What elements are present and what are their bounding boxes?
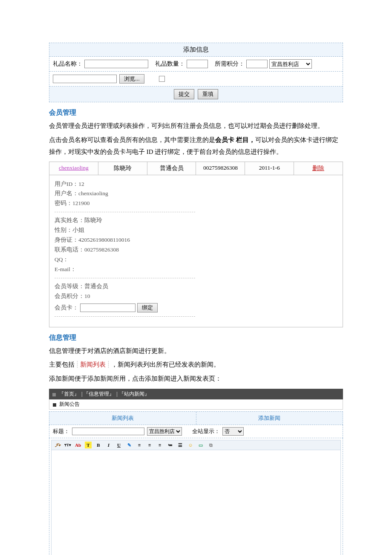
square-icon — [52, 393, 56, 396]
member-phone-cell: 002759826308 — [196, 162, 245, 175]
tab-news-list[interactable]: 新闻列表 — [49, 412, 196, 425]
card-bind-row: 会员卡： 绑定 — [55, 303, 337, 313]
news-title-input[interactable] — [72, 428, 144, 435]
member-date-cell: 2011-1-6 — [245, 162, 294, 175]
member-delete-link[interactable]: 删除 — [312, 165, 324, 171]
info-p2a: 主要包括 — [49, 361, 75, 368]
italic-icon[interactable]: I — [105, 442, 112, 448]
mb-l5: 性别：小姐 — [55, 225, 337, 235]
gift-name-input[interactable] — [84, 60, 148, 68]
highlight-icon[interactable]: T — [85, 442, 92, 448]
member-username-link[interactable]: chenxiaoling — [59, 165, 89, 171]
mb-l3: 密码：121900 — [55, 199, 337, 208]
add-info-panel: 添加信息 礼品名称： 礼品数量： 所需积分： 宜昌胜利店 浏览... 提交 重填 — [49, 43, 343, 102]
sep-r: ┊ — [107, 361, 110, 368]
checkbox-icon[interactable] — [159, 76, 165, 82]
member-p2a: 点击会员名称可以查看会员所有的信息，其中需要注意的是 — [49, 136, 215, 143]
member-username-cell: chenxiaoling — [49, 162, 98, 175]
mb-l9: E-mail： — [55, 265, 337, 275]
bread-sitenews[interactable]: 『站内新闻』 — [119, 391, 150, 397]
editor-wrap: 𝓕▾ ᴛT▾ Ab T B I U ✎ ≡ ≡ ≡ ≔ ☰ ☺ ▭ ⧉ — [49, 438, 343, 555]
news-subbar: 新闻公告 — [49, 399, 343, 410]
info-para-2: 主要包括┊新闻列表┊，新闻列表列出所有已经发表的新闻。 — [49, 358, 343, 371]
brush-icon[interactable]: ✎ — [126, 442, 133, 448]
browse-button[interactable]: 浏览... — [119, 74, 144, 84]
member-p2b: 会员卡 栏目， — [215, 136, 255, 143]
mb-l1: 用户ID：12 — [55, 179, 337, 189]
sep-l: ┊ — [75, 361, 79, 368]
bread-home[interactable]: 『首页』 — [59, 391, 79, 397]
info-p2c: ，新闻列表列出所有已经发表的新闻。 — [111, 361, 220, 368]
news-title-label: 标题： — [53, 428, 69, 435]
editor-toolbar: 𝓕▾ ᴛT▾ Ab T B I U ✎ ≡ ≡ ≡ ≔ ☰ ☺ ▭ ⧉ — [51, 440, 341, 450]
member-head-row: chenxiaoling 陈晓玲 普通会员 002759826308 2011-… — [49, 162, 343, 175]
news-store-select[interactable]: 宜昌胜利店 — [147, 427, 182, 436]
mb-l2: 用户名：chenxiaoling — [55, 189, 337, 199]
member-para-2: 点击会员名称可以查看会员所有的信息，其中需要注意的是会员卡 栏目，可以对会员的实… — [49, 134, 343, 158]
news-subbar-label: 新闻公告 — [59, 401, 80, 407]
info-para-1: 信息管理便于对酒店的酒店新闻进行更新。 — [49, 345, 343, 357]
gift-qty-label: 礼品数量： — [155, 60, 185, 68]
square2-icon — [53, 403, 56, 407]
section-info-title: 信息管理 — [49, 333, 343, 342]
mb-l6: 身份证：420526198008110016 — [55, 235, 337, 245]
divider-3 — [55, 316, 195, 317]
member-realname-cell: 陈晓玲 — [98, 162, 147, 175]
section-member-title: 会员管理 — [49, 108, 343, 117]
bold-icon[interactable]: B — [95, 442, 102, 448]
news-panel: 『首页』 | 『信息管理』 | 『站内新闻』 新闻公告 新闻列表 添加新闻 标题… — [49, 389, 343, 555]
info-p2b: 新闻列表 — [80, 361, 106, 368]
add-info-row-fields: 礼品名称： 礼品数量： 所需积分： 宜昌胜利店 — [49, 57, 343, 72]
info-para-3: 添加新闻便于添加新闻所用，点击添加新闻进入新闻发表页： — [49, 373, 343, 385]
member-level-cell: 普通会员 — [147, 162, 196, 175]
member-para-1: 会员管理会员进行管理或列表操作，可列出所有注册会员信息，也可以对过期会员进行删除… — [49, 120, 343, 132]
divider-1 — [55, 212, 195, 212]
editor-textarea[interactable] — [51, 450, 341, 555]
member-detail-box: chenxiaoling 陈晓玲 普通会员 002759826308 2011-… — [49, 162, 343, 327]
submit-button[interactable]: 提交 — [174, 89, 194, 99]
bind-button[interactable]: 绑定 — [137, 303, 158, 312]
points-input[interactable] — [246, 60, 268, 68]
global-show-label: 全站显示： — [192, 428, 220, 435]
mb-l11: 会员积分：10 — [55, 292, 337, 301]
font-color-icon[interactable]: Ab — [75, 442, 81, 448]
tab-add-news[interactable]: 添加新闻 — [196, 412, 343, 425]
mb-l4: 真实姓名：陈晓玲 — [55, 216, 337, 225]
gift-name-label: 礼品名称： — [53, 60, 83, 68]
bread-infomgmt[interactable]: 『信息管理』 — [84, 391, 114, 397]
reset-button[interactable]: 重填 — [198, 89, 218, 99]
font-family-icon[interactable]: 𝓕▾ — [54, 442, 61, 448]
news-tabs: 新闻列表 添加新闻 — [49, 411, 343, 425]
file-path-input[interactable] — [53, 75, 117, 83]
card-label: 会员卡： — [55, 303, 78, 313]
add-info-footer: 提交 重填 — [49, 87, 343, 102]
add-info-header: 添加信息 — [49, 43, 343, 57]
link-icon[interactable]: ⧉ — [208, 442, 214, 448]
font-size-icon[interactable]: ᴛT▾ — [64, 442, 71, 448]
emoji-icon[interactable]: ☺ — [187, 442, 194, 448]
member-delete-cell: 删除 — [294, 162, 343, 175]
divider-2 — [55, 278, 195, 278]
underline-icon[interactable]: U — [115, 442, 122, 448]
mb-l8: QQ： — [55, 255, 337, 265]
points-label: 所需积分： — [215, 60, 245, 68]
news-breadcrumb-bar: 『首页』 | 『信息管理』 | 『站内新闻』 — [49, 389, 343, 399]
store-select[interactable]: 宜昌胜利店 — [269, 59, 312, 69]
add-info-row-browse: 浏览... — [49, 72, 343, 87]
mb-l10: 会员等级：普通会员 — [55, 282, 337, 292]
mb-l7: 联系电话：002759826308 — [55, 245, 337, 255]
member-body: 用户ID：12 用户名：chenxiaoling 密码：121900 真实姓名：… — [49, 175, 343, 327]
global-show-select[interactable]: 否 — [222, 427, 244, 436]
align-center-icon[interactable]: ≡ — [146, 442, 153, 448]
align-right-icon[interactable]: ≡ — [156, 442, 163, 448]
gift-qty-input[interactable] — [187, 60, 208, 68]
list-ol-icon[interactable]: ≔ — [167, 442, 173, 448]
align-left-icon[interactable]: ≡ — [136, 442, 143, 448]
list-ul-icon[interactable]: ☰ — [177, 442, 184, 448]
news-form-row: 标题： 宜昌胜利店 全站显示： 否 — [49, 425, 343, 438]
image-icon[interactable]: ▭ — [197, 442, 204, 448]
card-input[interactable] — [80, 304, 135, 312]
